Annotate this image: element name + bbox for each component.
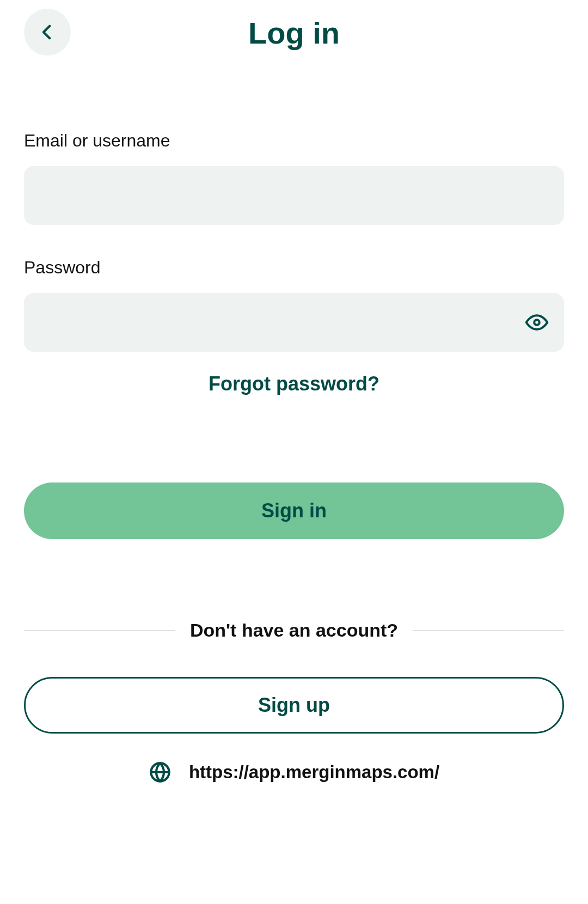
eye-icon (525, 310, 549, 334)
svg-point-0 (534, 320, 540, 325)
password-input-wrap (24, 293, 564, 352)
back-button[interactable] (24, 9, 71, 56)
login-form: Email or username Password Forgot passwo… (24, 131, 564, 784)
chevron-left-icon (38, 23, 57, 41)
email-input[interactable] (39, 166, 549, 225)
sign-in-button[interactable]: Sign in (24, 482, 564, 539)
email-label: Email or username (24, 131, 564, 151)
toggle-password-visibility-button[interactable] (525, 310, 549, 334)
divider-text: Don't have an account? (190, 620, 398, 641)
globe-icon (149, 761, 171, 784)
forgot-password-link[interactable]: Forgot password? (24, 372, 564, 395)
password-input[interactable] (39, 293, 525, 352)
server-url: https://app.merginmaps.com/ (189, 762, 439, 783)
server-selector[interactable]: https://app.merginmaps.com/ (24, 761, 564, 784)
password-label: Password (24, 258, 564, 278)
signup-divider: Don't have an account? (24, 620, 564, 641)
sign-up-button[interactable]: Sign up (24, 677, 564, 734)
header: Log in (24, 5, 564, 60)
email-input-wrap (24, 166, 564, 225)
divider-line-right (413, 630, 564, 631)
divider-line-left (24, 630, 175, 631)
page-title: Log in (248, 15, 340, 51)
